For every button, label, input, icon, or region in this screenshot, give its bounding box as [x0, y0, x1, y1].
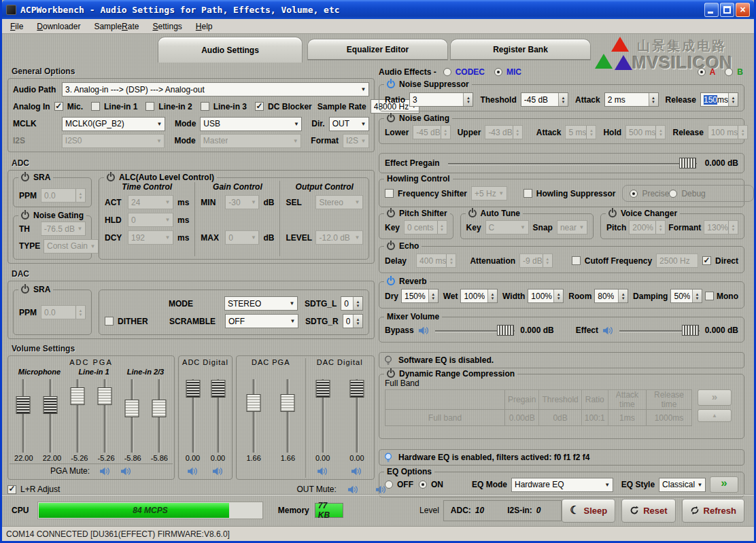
menu-help[interactable]: Help: [196, 22, 213, 31]
dac-sdtg-l-field[interactable]: 0▲▼: [341, 296, 363, 311]
power-icon[interactable]: [21, 211, 29, 220]
spinner-icon[interactable]: ▲▼: [553, 290, 563, 302]
dac-pga-left-slider[interactable]: [242, 378, 265, 454]
ns-ratio-field[interactable]: 3▲▼: [409, 92, 473, 107]
reset-button[interactable]: Reset: [621, 499, 675, 523]
tab-audio-settings[interactable]: Audio Settings: [158, 37, 303, 63]
eq-off-radio[interactable]: [385, 480, 393, 489]
mclk-dir-select[interactable]: OUT▼: [329, 117, 369, 131]
mclk-select[interactable]: MCLK0(GP_B2)▼: [62, 117, 165, 131]
eq-on-radio[interactable]: [419, 480, 427, 489]
mono-checkbox[interactable]: [705, 292, 714, 300]
chevron-down-icon[interactable]: ▼: [602, 482, 613, 488]
dac-digital-mute-left-speaker-icon[interactable]: [317, 467, 328, 476]
frequency-shifter-checkbox[interactable]: [385, 189, 394, 198]
menu-downloader[interactable]: Downloader: [37, 22, 80, 31]
mic-right-slider[interactable]: [37, 378, 63, 454]
ns-release-field[interactable]: 150 ms▲▼: [700, 92, 738, 107]
pga-mute-left-speaker-icon[interactable]: [99, 467, 111, 476]
chevron-down-icon[interactable]: ▼: [358, 86, 368, 92]
pga-mute-right-speaker-icon[interactable]: [120, 467, 132, 476]
reverb-width-field[interactable]: 100%▲▼: [528, 289, 564, 303]
power-icon[interactable]: [387, 370, 395, 378]
power-icon[interactable]: [387, 209, 395, 217]
minimize-button[interactable]: [704, 3, 719, 17]
spinner-icon[interactable]: ▲▼: [428, 290, 438, 302]
out-mute-left-speaker-icon[interactable]: [347, 485, 359, 494]
spinner-icon[interactable]: ▲▼: [618, 290, 628, 302]
mic-left-slider[interactable]: [10, 378, 36, 454]
power-icon[interactable]: [107, 173, 115, 181]
adc-digital-mute-left-speaker-icon[interactable]: [187, 467, 199, 476]
slider-knob[interactable]: [16, 396, 31, 414]
mic-radio[interactable]: [494, 68, 502, 76]
spinner-icon[interactable]: ▲▼: [487, 290, 497, 302]
chevron-down-icon[interactable]: ▼: [154, 121, 165, 127]
slider-knob[interactable]: [152, 400, 167, 417]
lr-adjust-checkbox[interactable]: [7, 485, 16, 494]
slider-knob[interactable]: [98, 387, 112, 405]
reverb-damping-field[interactable]: 50%▲▼: [670, 289, 702, 303]
ns-threshold-field[interactable]: -45 dB▲▼: [521, 92, 568, 107]
slider-knob[interactable]: [125, 400, 139, 417]
mclk-mode-select[interactable]: USB▼: [200, 117, 302, 131]
maximize-button[interactable]: [720, 3, 734, 17]
power-icon[interactable]: [387, 242, 395, 250]
power-icon[interactable]: [387, 80, 395, 88]
spinner-icon[interactable]: ▲▼: [353, 315, 362, 328]
table-row[interactable]: Full band 0.00dB 0dB 100:1 1ms 1000ms: [385, 410, 692, 426]
profile-b-radio[interactable]: [725, 68, 733, 76]
chevron-down-icon[interactable]: ▼: [358, 121, 368, 127]
slider-knob[interactable]: [497, 325, 514, 336]
line1-left-slider[interactable]: [65, 378, 90, 454]
bypass-volume-slider[interactable]: [434, 323, 517, 337]
spinner-icon[interactable]: ▲▼: [353, 297, 362, 310]
dc-blocker-checkbox[interactable]: [255, 102, 264, 111]
eq-mode-select[interactable]: Hardware EQ▼: [511, 478, 613, 492]
dac-sdtg-r-field[interactable]: 0▲▼: [343, 314, 363, 328]
bypass-speaker-icon[interactable]: [418, 326, 430, 335]
audio-path-select[interactable]: 3. Analog-in ---> (DSP) ---> Analog-out▼: [62, 82, 369, 97]
line-in-1-checkbox[interactable]: [91, 102, 100, 111]
tab-register-bank[interactable]: Register Bank: [450, 39, 591, 60]
dac-digital-left-slider[interactable]: [311, 378, 334, 454]
chevron-down-icon[interactable]: ▼: [288, 318, 298, 324]
power-icon[interactable]: [21, 173, 29, 181]
menu-settings[interactable]: Settings: [152, 22, 182, 31]
drc-up-button[interactable]: ▲: [698, 409, 732, 422]
power-icon[interactable]: [21, 285, 29, 294]
dac-digital-mute-right-speaker-icon[interactable]: [351, 467, 362, 476]
power-icon[interactable]: [387, 114, 395, 122]
sleep-button[interactable]: ☾ Sleep: [562, 499, 615, 523]
slider-track[interactable]: [448, 163, 697, 164]
line1-right-slider[interactable]: [92, 378, 118, 454]
dither-checkbox[interactable]: [105, 317, 114, 326]
effect-volume-slider[interactable]: [618, 323, 701, 337]
effect-speaker-icon[interactable]: [602, 326, 614, 335]
tab-equalizer-editor[interactable]: Equalizer Editor: [307, 39, 448, 60]
close-button[interactable]: ×: [736, 3, 750, 17]
reverb-dry-field[interactable]: 150%▲▼: [401, 289, 439, 303]
slider-knob[interactable]: [71, 387, 85, 405]
slider-knob[interactable]: [186, 380, 200, 398]
slider-knob[interactable]: [44, 396, 58, 414]
slider-knob[interactable]: [247, 394, 261, 412]
slider-knob[interactable]: [349, 380, 364, 398]
spinner-icon[interactable]: ▲▼: [692, 290, 702, 302]
slider-knob[interactable]: [315, 380, 330, 398]
menu-samplerate[interactable]: SampleRate: [94, 22, 139, 31]
profile-a-radio[interactable]: [698, 68, 706, 76]
slider-knob[interactable]: [281, 394, 295, 412]
refresh-button[interactable]: Refresh: [682, 499, 744, 523]
spinner-icon[interactable]: ▲▼: [649, 93, 658, 106]
howling-suppressor-checkbox[interactable]: [523, 189, 532, 198]
chevron-down-icon[interactable]: ▼: [695, 482, 705, 488]
spinner-icon[interactable]: ▲▼: [728, 93, 738, 106]
drc-expand-button[interactable]: »: [698, 389, 732, 406]
slider-knob[interactable]: [682, 325, 699, 336]
dac-digital-right-slider[interactable]: [345, 378, 368, 454]
slider-knob[interactable]: [211, 380, 225, 398]
chevron-down-icon[interactable]: ▼: [287, 300, 297, 306]
eq-style-select[interactable]: Classical▼: [659, 478, 706, 492]
codec-radio[interactable]: [443, 68, 451, 76]
